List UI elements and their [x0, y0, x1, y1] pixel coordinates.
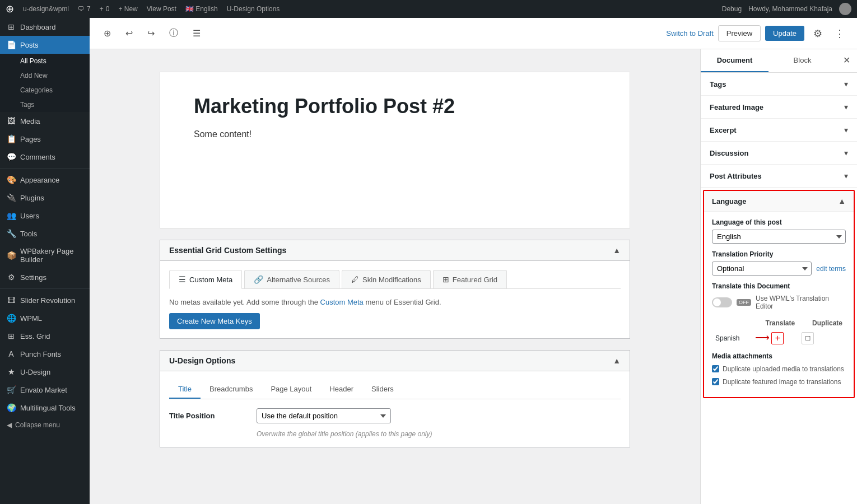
- tab-custom-meta[interactable]: ☰ Custom Meta: [169, 270, 242, 289]
- sidebar-item-multilingual-tools[interactable]: 🌍 Multilingual Tools: [0, 399, 90, 417]
- info-button[interactable]: ⓘ: [164, 24, 183, 43]
- duplicate-button[interactable]: □: [802, 332, 814, 344]
- editor-settings-button[interactable]: ⚙: [809, 25, 827, 42]
- panel-section-featured-image[interactable]: Featured Image ▾: [701, 96, 857, 119]
- sidebar-item-pages[interactable]: 📋 Pages: [0, 130, 90, 148]
- translation-priority-select[interactable]: Optional High Medium Low: [712, 262, 812, 276]
- language-select[interactable]: English Spanish French German: [712, 230, 846, 244]
- undo-button[interactable]: ↩: [120, 24, 138, 43]
- tab-page-layout[interactable]: Page Layout: [262, 380, 320, 399]
- wp-logo-icon[interactable]: ⊕: [6, 3, 14, 15]
- tab-sliders[interactable]: Sliders: [362, 380, 403, 399]
- translation-row-spanish: Spanish ⟶ + □: [712, 329, 846, 347]
- sidebar-item-add-new[interactable]: Add New: [0, 68, 90, 83]
- tab-alt-sources[interactable]: 🔗 Alternative Sources: [244, 270, 339, 288]
- sidebar-item-all-posts[interactable]: All Posts: [0, 54, 90, 68]
- sidebar-item-media[interactable]: 🖼 Media: [0, 112, 90, 130]
- featured-image-chevron-icon: ▾: [844, 102, 848, 111]
- panel-section-excerpt[interactable]: Excerpt ▾: [701, 119, 857, 142]
- discussion-chevron-icon: ▾: [844, 148, 848, 157]
- udesign-options-link[interactable]: U-Design Options: [227, 5, 280, 13]
- collapse-menu-button[interactable]: ◀ Collapse menu: [0, 417, 90, 433]
- sidebar-label-slider-revolution: Slider Revolution: [20, 296, 75, 305]
- sidebar-item-envato-market[interactable]: 🛒 Envato Market: [0, 381, 90, 399]
- pages-icon: 📋: [7, 134, 16, 143]
- debug-link[interactable]: Debug: [722, 5, 742, 13]
- panel-tab-document[interactable]: Document: [701, 49, 768, 72]
- post-content[interactable]: Some content!: [194, 129, 596, 139]
- sidebar-item-tools[interactable]: 🔧 Tools: [0, 225, 90, 242]
- panel-tab-block[interactable]: Block: [768, 49, 836, 72]
- sidebar-item-appearance[interactable]: 🎨 Appearance: [0, 171, 90, 189]
- sidebar-item-wpml[interactable]: 🌐 WPML: [0, 309, 90, 327]
- sidebar-item-ess-grid[interactable]: ⊞ Ess. Grid: [0, 327, 90, 345]
- users-icon: 👥: [7, 211, 16, 220]
- translate-plus-button[interactable]: +: [771, 332, 784, 344]
- dashboard-icon: ⊞: [7, 22, 16, 31]
- sidebar-item-u-design[interactable]: ★ U-Design: [0, 363, 90, 381]
- tab-skin-mods[interactable]: 🖊 Skin Modifications: [342, 270, 431, 288]
- comments-count[interactable]: 🗨 7: [78, 5, 91, 13]
- essential-grid-header[interactable]: Essential Grid Custom Settings ▲: [160, 240, 630, 261]
- sidebar-label-pages: Pages: [20, 135, 41, 143]
- sidebar-item-tags[interactable]: Tags: [0, 97, 90, 112]
- title-position-select[interactable]: Use the default position Above header Be…: [257, 408, 391, 423]
- main-content: ⊕ ↩ ↪ ⓘ ☰ Switch to Draft Preview Update…: [90, 18, 857, 504]
- toggle-label-text: Use WPML's Translation Editor: [756, 295, 846, 310]
- update-button[interactable]: Update: [765, 26, 804, 41]
- panel-section-discussion[interactable]: Discussion ▾: [701, 142, 857, 165]
- create-meta-keys-button[interactable]: Create New Meta Keys: [169, 313, 260, 329]
- tab-breadcrumbs[interactable]: Breadcrumbs: [201, 380, 262, 399]
- tab-title[interactable]: Title: [169, 380, 201, 399]
- ess-grid-icon: ⊞: [7, 332, 16, 340]
- sidebar-item-dashboard[interactable]: ⊞ Dashboard: [0, 18, 90, 36]
- language-switcher[interactable]: 🇬🇧 English: [185, 5, 218, 13]
- envato-market-icon: 🛒: [7, 385, 16, 394]
- translate-doc-label: Translate this Document: [712, 282, 846, 290]
- new-count[interactable]: + 0: [100, 5, 110, 13]
- tab-featured-grid[interactable]: ⊞ Featured Grid: [433, 270, 507, 288]
- sidebar-label-u-design: U-Design: [20, 368, 50, 376]
- tools-menu-button[interactable]: ☰: [188, 24, 206, 43]
- site-name[interactable]: u-design&wpml: [23, 5, 69, 13]
- sidebar-item-wpbakery[interactable]: 📦 WPBakery Page Builder: [0, 242, 90, 268]
- dup-uploads-checkbox[interactable]: [712, 365, 719, 372]
- translation-editor-toggle[interactable]: [712, 297, 732, 307]
- panel-close-button[interactable]: ✕: [836, 49, 857, 72]
- sidebar-label-wpbakery: WPBakery Page Builder: [20, 247, 83, 264]
- udesign-header[interactable]: U-Design Options ▲: [160, 351, 630, 371]
- custom-meta-link[interactable]: Custom Meta: [320, 298, 364, 306]
- edit-terms-link[interactable]: edit terms: [816, 265, 846, 273]
- sidebar-item-users[interactable]: 👥 Users: [0, 207, 90, 225]
- tab-alt-sources-label: Alternative Sources: [267, 276, 330, 284]
- sidebar-item-settings[interactable]: ⚙ Settings: [0, 268, 90, 286]
- sidebar-item-punch-fonts[interactable]: A Punch Fonts: [0, 345, 90, 363]
- more-options-button[interactable]: ⋮: [831, 25, 848, 42]
- discussion-section-title: Discussion: [710, 149, 748, 157]
- panel-section-tags[interactable]: Tags ▾: [701, 73, 857, 96]
- language-section: Language ▲ Language of this post English…: [703, 190, 855, 398]
- tab-header[interactable]: Header: [320, 380, 362, 399]
- sidebar-item-posts[interactable]: 📄 Posts: [0, 36, 90, 54]
- redo-button[interactable]: ↪: [142, 24, 160, 43]
- skin-mods-icon: 🖊: [351, 275, 359, 284]
- post-title[interactable]: Marketing Portfolio Post #2: [194, 95, 596, 118]
- new-link[interactable]: + New: [118, 5, 137, 13]
- add-block-button[interactable]: ⊕: [99, 24, 116, 43]
- language-section-header[interactable]: Language ▲: [704, 191, 854, 212]
- sidebar-label-envato-market: Envato Market: [20, 386, 67, 394]
- sidebar-item-comments[interactable]: 💬 Comments: [0, 148, 90, 166]
- sidebar-item-categories[interactable]: Categories: [0, 83, 90, 97]
- sidebar-item-slider-revolution[interactable]: 🎞 Slider Revolution: [0, 291, 90, 309]
- excerpt-chevron-icon: ▾: [844, 125, 848, 134]
- language-chevron-icon: ▲: [838, 197, 846, 206]
- panel-section-post-attributes[interactable]: Post Attributes ▾: [701, 165, 857, 188]
- duplicate-icon: □: [805, 334, 810, 342]
- view-post-link[interactable]: View Post: [147, 5, 176, 13]
- switch-to-draft-button[interactable]: Switch to Draft: [666, 29, 714, 38]
- avatar[interactable]: [839, 3, 851, 15]
- lang-col-header: [712, 317, 752, 329]
- dup-featured-checkbox[interactable]: [712, 378, 719, 385]
- preview-button[interactable]: Preview: [718, 25, 761, 41]
- sidebar-item-plugins[interactable]: 🔌 Plugins: [0, 189, 90, 207]
